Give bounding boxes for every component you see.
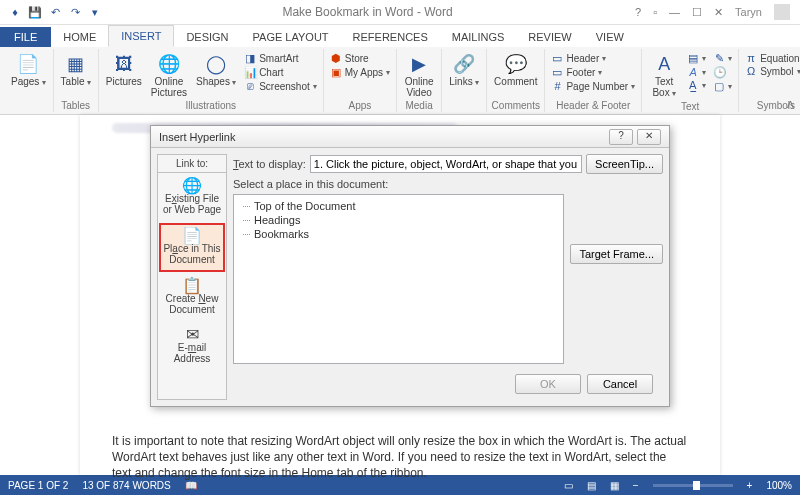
dialog-close-icon[interactable]: ✕ [637,129,661,145]
symbol-button[interactable]: ΩSymbol [743,65,800,77]
myapps-button[interactable]: ▣My Apps [328,66,392,79]
comment-button[interactable]: 💬Comment [491,52,540,88]
textbox-button[interactable]: AText Box [646,52,682,100]
smartart-icon: ◨ [244,52,256,65]
group-label-media: Media [405,99,432,112]
dropcap-button[interactable]: A̲ [685,79,708,92]
title-bar: ♦ 💾 ↶ ↷ ▾ Make Bookmark in Word - Word ?… [0,0,800,25]
store-button[interactable]: ⬢Store [328,52,392,65]
smartart-button[interactable]: ◨SmartArt [242,52,319,65]
user-name[interactable]: Taryn [735,6,762,18]
dialog-titlebar[interactable]: Insert Hyperlink ? ✕ [151,126,669,148]
ribbon-options-icon[interactable]: ▫ [653,6,657,18]
equation-icon: π [745,52,757,64]
group-text: AText Box ▤ A A̲ ✎ 🕒 ▢ Text [642,49,739,112]
undo-icon[interactable]: ↶ [48,5,62,19]
video-icon: ▶ [412,53,426,75]
tree-top-of-document[interactable]: Top of the Document [240,199,557,213]
group-label-apps: Apps [349,99,372,112]
equation-button[interactable]: πEquation [743,52,800,64]
tab-design[interactable]: DESIGN [174,27,240,47]
redo-icon[interactable]: ↷ [68,5,82,19]
minimize-icon[interactable]: — [669,6,680,18]
dropcap-icon: A̲ [687,79,699,92]
tab-mailings[interactable]: MAILINGS [440,27,517,47]
textbox-icon: A [658,53,670,75]
nav-place-in-document[interactable]: 📄Place in ThisDocument [159,223,225,272]
symbol-icon: Ω [745,65,757,77]
qat-customize-icon[interactable]: ▾ [88,5,102,19]
maximize-icon[interactable]: ☐ [692,6,702,19]
header-button[interactable]: ▭Header [549,52,637,65]
online-pictures-icon: 🌐 [158,53,180,75]
screenshot-button[interactable]: ⎚Screenshot [242,80,319,92]
place-tree[interactable]: Top of the Document Headings Bookmarks [233,194,564,364]
tree-headings[interactable]: Headings [240,213,557,227]
zoom-slider[interactable] [653,484,733,487]
tab-page-layout[interactable]: PAGE LAYOUT [241,27,341,47]
nav-existing-file[interactable]: 🌐Existing Fileor Web Page [159,174,225,221]
page-number-icon: # [551,80,563,92]
linkto-panel: Link to: 🌐Existing Fileor Web Page 📄Plac… [157,154,227,400]
tab-home[interactable]: HOME [51,27,108,47]
group-label-illustrations: Illustrations [185,99,236,112]
ribbon-tabs: FILE HOME INSERT DESIGN PAGE LAYOUT REFE… [0,25,800,47]
group-label-hf: Header & Footer [556,99,630,112]
text-to-display-input[interactable] [310,155,582,173]
globe-icon: 🌐 [182,180,202,191]
window-title: Make Bookmark in Word - Word [110,5,625,19]
footer-button[interactable]: ▭Footer [549,66,637,79]
nav-create-new[interactable]: 📋Create NewDocument [159,274,225,321]
nav-email[interactable]: ✉E-mailAddress [159,323,225,370]
collapse-ribbon-icon[interactable]: ᐱ [787,99,794,110]
datetime-icon: 🕒 [713,66,725,79]
links-icon: 🔗 [453,53,475,75]
online-pictures-button[interactable]: 🌐Online Pictures [148,52,190,99]
dialog-help-icon[interactable]: ? [609,129,633,145]
status-page[interactable]: PAGE 1 OF 2 [8,480,68,491]
save-icon[interactable]: 💾 [28,5,42,19]
tab-view[interactable]: VIEW [584,27,636,47]
body-paragraph[interactable]: It is important to note that resizing Wo… [112,433,688,482]
object-button[interactable]: ▢ [711,80,734,93]
tab-insert[interactable]: INSERT [108,25,174,47]
quickparts-button[interactable]: ▤ [685,52,708,65]
page-number-button[interactable]: #Page Number [549,80,637,92]
pictures-button[interactable]: 🖼Pictures [103,52,145,88]
screentip-button[interactable]: ScreenTip... [586,154,663,174]
tab-review[interactable]: REVIEW [516,27,583,47]
object-icon: ▢ [713,80,725,93]
user-avatar-icon[interactable] [774,4,790,20]
shapes-button[interactable]: ◯Shapes [193,52,239,89]
document-area: It is important to note that resizing Wo… [0,115,800,475]
sigline-button[interactable]: ✎ [711,52,734,65]
comment-icon: 💬 [505,53,527,75]
dialog-title: Insert Hyperlink [159,131,605,143]
chart-button[interactable]: 📊Chart [242,66,319,79]
group-apps: ⬢Store ▣My Apps Apps [324,49,397,112]
chart-icon: 📊 [244,66,256,79]
zoom-thumb[interactable] [693,481,700,490]
insert-hyperlink-dialog: Insert Hyperlink ? ✕ Link to: 🌐Existing … [150,125,670,407]
myapps-icon: ▣ [330,66,342,79]
cancel-button[interactable]: Cancel [587,374,653,394]
zoom-level[interactable]: 100% [766,480,792,491]
tree-bookmarks[interactable]: Bookmarks [240,227,557,241]
ok-button[interactable]: OK [515,374,581,394]
close-icon[interactable]: ✕ [714,6,723,19]
group-illustrations: 🖼Pictures 🌐Online Pictures ◯Shapes ◨Smar… [99,49,324,112]
target-frame-button[interactable]: Target Frame... [570,244,663,264]
help-icon[interactable]: ? [635,6,641,18]
online-video-button[interactable]: ▶Online Video [401,52,437,99]
group-media: ▶Online Video Media [397,49,442,112]
store-icon: ⬢ [330,52,342,65]
datetime-button[interactable]: 🕒 [711,66,734,79]
tab-file[interactable]: FILE [0,27,51,47]
table-button[interactable]: ▦Table [58,52,94,89]
zoom-in-icon[interactable]: + [747,480,753,491]
links-button[interactable]: 🔗Links [446,52,482,89]
tab-references[interactable]: REFERENCES [341,27,440,47]
ribbon-insert: 📄Pages ▦Table Tables 🖼Pictures 🌐Online P… [0,47,800,115]
wordart-button[interactable]: A [685,66,708,78]
pages-button[interactable]: 📄Pages [8,52,49,89]
